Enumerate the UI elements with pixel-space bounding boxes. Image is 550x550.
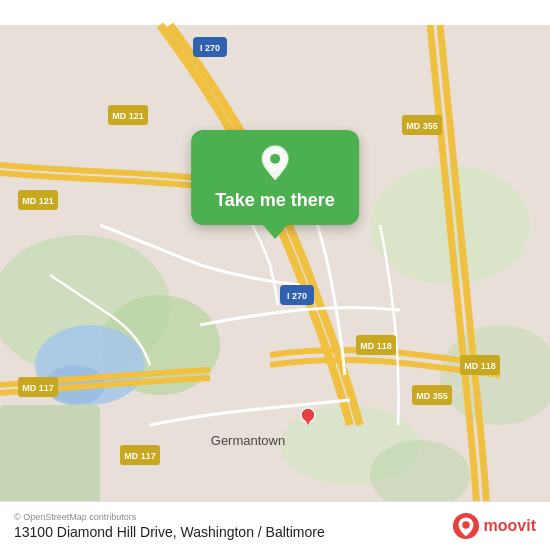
moovit-logo: moovit (452, 512, 536, 540)
map-container: I 270 I 270 MD 121 MD 121 MD 355 MD 355 … (0, 0, 550, 550)
location-pin-icon (256, 144, 294, 182)
popup-triangle (263, 225, 287, 239)
take-me-label: Take me there (215, 190, 335, 211)
take-me-button-container: Take me there (191, 130, 359, 239)
svg-text:I 270: I 270 (200, 43, 220, 53)
address-text: 13100 Diamond Hill Drive, Washington / B… (14, 524, 325, 540)
svg-text:Germantown: Germantown (211, 433, 285, 448)
svg-text:MD 118: MD 118 (360, 341, 392, 351)
svg-text:MD 117: MD 117 (22, 383, 54, 393)
svg-text:MD 121: MD 121 (112, 111, 144, 121)
svg-text:I 270: I 270 (287, 291, 307, 301)
svg-point-7 (370, 440, 470, 510)
svg-text:MD 121: MD 121 (22, 196, 54, 206)
map-background: I 270 I 270 MD 121 MD 121 MD 355 MD 355 … (0, 0, 550, 550)
copyright-text: © OpenStreetMap contributors (14, 512, 325, 522)
moovit-brand-icon (452, 512, 480, 540)
svg-text:MD 118: MD 118 (464, 361, 496, 371)
svg-point-35 (270, 154, 280, 164)
moovit-label: moovit (484, 517, 536, 535)
svg-text:MD 117: MD 117 (124, 451, 156, 461)
svg-text:MD 355: MD 355 (406, 121, 438, 131)
bottom-bar: © OpenStreetMap contributors 13100 Diamo… (0, 501, 550, 550)
take-me-button[interactable]: Take me there (191, 130, 359, 225)
address-section: © OpenStreetMap contributors 13100 Diamo… (14, 512, 325, 540)
svg-point-37 (462, 521, 469, 528)
svg-text:MD 355: MD 355 (416, 391, 448, 401)
